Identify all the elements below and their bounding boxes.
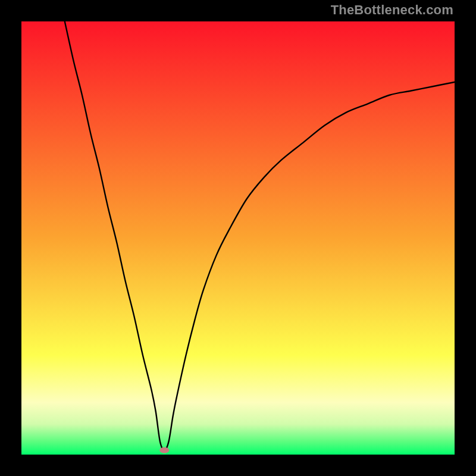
minimum-marker: [159, 447, 169, 453]
watermark-text: TheBottleneck.com: [331, 2, 453, 18]
plot-area: [21, 21, 455, 455]
bottleneck-curve: [21, 21, 455, 455]
